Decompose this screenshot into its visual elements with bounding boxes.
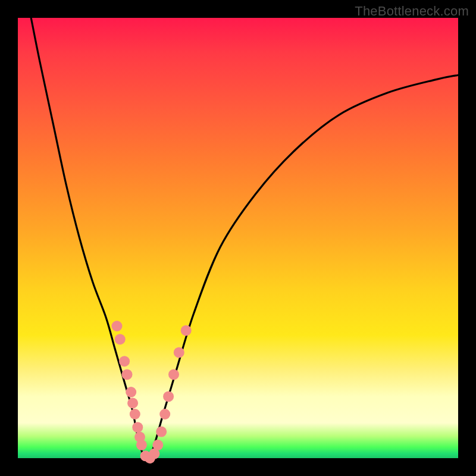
plot-area	[18, 18, 458, 458]
highlight-dot	[136, 440, 147, 450]
highlight-dot	[119, 356, 130, 367]
bottleneck-curve	[31, 18, 458, 459]
watermark-text: TheBottleneck.com	[355, 4, 469, 19]
highlight-dot	[163, 391, 174, 402]
highlight-dot	[112, 321, 123, 331]
highlight-dot	[122, 369, 133, 380]
chart-frame: TheBottleneck.com	[0, 0, 476, 476]
highlight-dot	[127, 398, 138, 409]
highlight-dot	[152, 440, 163, 450]
curve-svg	[18, 18, 458, 458]
highlight-dot	[130, 409, 140, 419]
highlight-dot	[181, 325, 192, 336]
highlight-dot	[132, 422, 143, 433]
highlight-dot	[159, 409, 170, 419]
highlight-dots-group	[112, 321, 192, 464]
highlight-dot	[168, 369, 179, 380]
highlight-dot	[115, 334, 126, 345]
highlight-dot	[156, 427, 167, 437]
highlight-dot	[174, 347, 184, 358]
highlight-dot	[126, 387, 136, 397]
